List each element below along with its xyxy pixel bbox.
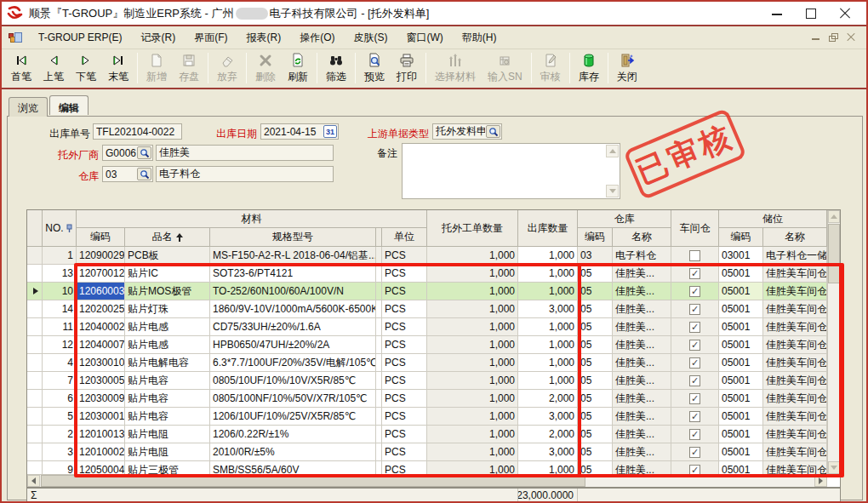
table-row[interactable]: 11 12040002 贴片电感 CD75/33UH/±20%/1.6A PCS… (27, 318, 840, 336)
cell-spec[interactable]: 2010/0R/±5% (210, 443, 376, 461)
header-spec[interactable]: 规格型号 (210, 228, 376, 247)
header-narrow[interactable] (376, 228, 382, 247)
cell-location-name[interactable]: 佳胜美车间仓 (763, 426, 827, 443)
cell-material-name[interactable]: 贴片电感 (125, 318, 210, 336)
header-warehouse-name[interactable]: 名称 (613, 228, 671, 247)
cell-out-qty[interactable]: 3,000 (518, 443, 578, 461)
cell-warehouse-name[interactable]: 佳胜美... (613, 336, 671, 354)
cell-warehouse-code[interactable]: 05 (578, 372, 613, 390)
cell-location-code[interactable]: 05001 (719, 354, 763, 372)
cell-material-code[interactable]: 12010002 (77, 443, 125, 461)
cell-warehouse-name[interactable]: 佳胜美... (613, 408, 671, 426)
close-icon[interactable] (839, 8, 851, 20)
menu-window[interactable]: 窗口(W) (397, 28, 452, 48)
cell-location-code[interactable]: 05001 (719, 461, 763, 474)
cell-unit[interactable]: PCS (382, 408, 427, 426)
cell-material-name[interactable]: 贴片电容 (125, 372, 210, 390)
cell-wo-qty[interactable]: 1,000 (427, 283, 518, 300)
out-date-field[interactable]: 31 (260, 123, 339, 140)
table-row[interactable]: 6 12030009 贴片电容 0805/100NF/10%/50V/X7R/1… (27, 390, 840, 408)
cell-warehouse-code[interactable]: 05 (578, 461, 613, 474)
cell-material-code[interactable]: 12030001 (77, 408, 125, 426)
cell-out-qty[interactable]: 3,000 (518, 408, 578, 426)
next-record-button[interactable]: 下笔 (70, 51, 102, 86)
cell-wo-qty[interactable]: 1,000 (427, 443, 518, 461)
remark-textarea[interactable] (402, 143, 620, 199)
tab-browse[interactable]: 浏览 (9, 97, 48, 117)
cell-warehouse-name[interactable]: 电子料仓 (613, 247, 671, 265)
cell-narrow[interactable] (376, 372, 382, 390)
header-material-name[interactable]: 品名 (125, 228, 210, 247)
scroll-up-icon[interactable] (606, 145, 619, 157)
workshop-checkbox[interactable] (689, 393, 700, 404)
cell-wo-qty[interactable]: 1,000 (427, 265, 518, 283)
cell-unit[interactable]: PCS (382, 354, 427, 372)
scroll-down-icon[interactable] (828, 461, 840, 474)
cell-wo-qty[interactable]: 1,000 (427, 390, 518, 408)
cell-narrow[interactable] (376, 426, 382, 443)
vertical-scrollbar[interactable] (827, 210, 840, 474)
doc-no-field[interactable] (93, 123, 182, 140)
cell-material-code[interactable]: 12040002 (77, 318, 125, 336)
cell-location-name[interactable]: 电子料仓一储 (763, 247, 827, 265)
table-row[interactable]: 13 12070012 贴片IC SOT23-6/PT4121 PCS 1,00… (27, 265, 840, 283)
table-row[interactable]: 14 12020025 贴片灯珠 1860/9V-10V/1000mA/5600… (27, 300, 840, 318)
header-warehouse[interactable]: 仓库 (578, 210, 671, 228)
cell-out-qty[interactable]: 1,000 (518, 247, 578, 265)
cell-out-qty[interactable]: 2,000 (518, 390, 578, 408)
workshop-checkbox[interactable] (689, 268, 700, 279)
cell-location-name[interactable]: 佳胜美车间仓 (763, 443, 827, 461)
cell-spec[interactable]: HPB0650/47UH/±20%/2A (210, 336, 376, 354)
workshop-checkbox[interactable] (689, 322, 700, 333)
cell-no[interactable]: 6 (43, 390, 77, 408)
cell-material-code[interactable]: 12030005 (77, 372, 125, 390)
cell-material-code[interactable]: 12010013 (77, 426, 125, 443)
cell-spec[interactable]: CD75/33UH/±20%/1.6A (210, 318, 376, 336)
cell-no[interactable]: 5 (43, 408, 77, 426)
cell-location-code[interactable]: 05001 (719, 336, 763, 354)
vendor-code-field[interactable] (102, 145, 153, 161)
cell-unit[interactable]: PCS (382, 265, 427, 283)
cell-material-code[interactable]: 12020025 (77, 300, 125, 318)
cell-unit[interactable]: PCS (382, 318, 427, 336)
cell-unit[interactable]: PCS (382, 443, 427, 461)
cell-spec[interactable]: SMB/SS56/5A/60V (210, 461, 376, 474)
header-no[interactable]: NO. (43, 210, 77, 247)
cell-material-name[interactable]: 贴片电容 (125, 408, 210, 426)
cell-location-code[interactable]: 05001 (719, 372, 763, 390)
table-row[interactable]: 12 12040007 贴片电感 HPB0650/47UH/±20%/2A PC… (27, 336, 840, 354)
cell-narrow[interactable] (376, 354, 382, 372)
cell-out-qty[interactable]: 1,000 (518, 461, 578, 474)
upstream-type-input[interactable] (436, 126, 485, 138)
cell-material-code[interactable]: 12040007 (77, 336, 125, 354)
cell-warehouse-name[interactable]: 佳胜美... (613, 461, 671, 474)
cell-out-qty[interactable]: 1,000 (518, 372, 578, 390)
cell-material-code[interactable]: 12030010 (77, 354, 125, 372)
cell-narrow[interactable] (376, 300, 382, 318)
cell-location-name[interactable]: 佳胜美车间仓 (763, 372, 827, 390)
cell-location-code[interactable]: 05001 (719, 318, 763, 336)
minimize-icon[interactable] (771, 8, 783, 20)
cell-warehouse-name[interactable]: 佳胜美... (613, 265, 671, 283)
cell-unit[interactable]: PCS (382, 336, 427, 354)
vscroll-thumb[interactable] (828, 224, 840, 283)
mdi-minimize-icon[interactable] (811, 33, 820, 42)
cell-out-qty[interactable]: 1,000 (518, 265, 578, 283)
menu-tgroup-erp[interactable]: T-GROUP ERP(E) (29, 29, 131, 46)
cell-material-name[interactable]: 贴片电解电容 (125, 354, 210, 372)
cell-material-code[interactable]: 12070012 (77, 265, 125, 283)
cell-location-code[interactable]: 05001 (719, 390, 763, 408)
prev-record-button[interactable]: 上笔 (37, 51, 70, 86)
preview-button[interactable]: 预览 (358, 51, 391, 86)
cell-warehouse-name[interactable]: 佳胜美... (613, 426, 671, 443)
cell-unit[interactable]: PCS (382, 390, 427, 408)
cell-wo-qty[interactable]: 1,000 (427, 354, 518, 372)
print-button[interactable]: 打印 (391, 51, 423, 86)
cell-no[interactable]: 11 (43, 318, 77, 336)
cell-out-qty[interactable]: 1,000 (518, 318, 578, 336)
calendar-icon[interactable]: 31 (323, 125, 337, 138)
cell-out-qty[interactable]: 2,000 (518, 426, 578, 443)
scroll-left-icon[interactable] (27, 475, 40, 487)
cell-spec[interactable]: 1206/0.22R/±1% (210, 426, 376, 443)
header-location[interactable]: 储位 (719, 210, 827, 228)
